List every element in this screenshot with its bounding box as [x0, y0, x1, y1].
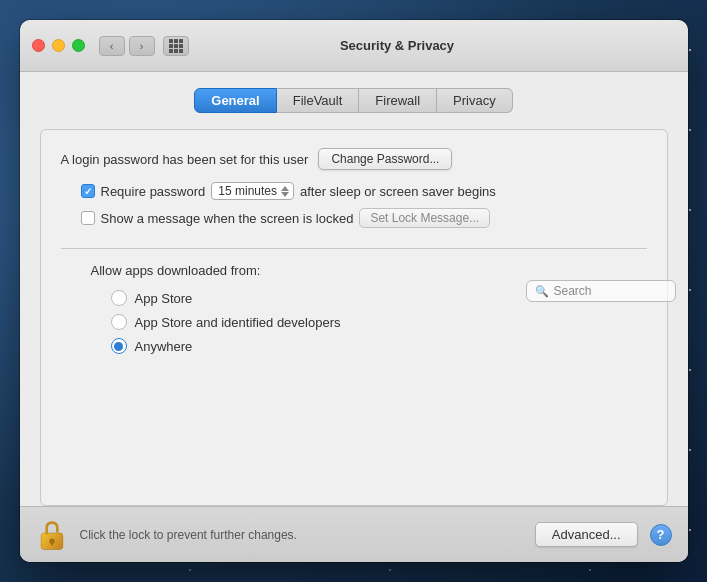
tab-bar: General FileVault Firewall Privacy: [40, 88, 668, 113]
search-icon: 🔍: [535, 285, 549, 298]
advanced-button[interactable]: Advanced...: [535, 522, 638, 547]
time-down-arrow[interactable]: [281, 192, 289, 197]
login-password-row: A login password has been set for this u…: [61, 148, 647, 170]
radio-app-store-label: App Store: [135, 291, 193, 306]
show-message-row: Show a message when the screen is locked…: [61, 208, 647, 228]
radio-anywhere-button[interactable]: [111, 338, 127, 354]
footer-lock-text: Click the lock to prevent further change…: [80, 528, 523, 542]
time-stepper[interactable]: [281, 186, 289, 197]
tab-filevault[interactable]: FileVault: [277, 88, 360, 113]
radio-app-store-identified-button[interactable]: [111, 314, 127, 330]
traffic-lights: [32, 39, 85, 52]
radio-app-store-identified[interactable]: App Store and identified developers: [111, 314, 647, 330]
tab-firewall[interactable]: Firewall: [359, 88, 437, 113]
require-password-row: Require password 15 minutes after sleep …: [61, 182, 647, 200]
tab-privacy[interactable]: Privacy: [437, 88, 513, 113]
back-button[interactable]: ‹: [99, 36, 125, 56]
radio-anywhere-label: Anywhere: [135, 339, 193, 354]
window-title: Security & Privacy: [189, 38, 606, 53]
general-panel: A login password has been set for this u…: [40, 129, 668, 506]
minimize-button[interactable]: [52, 39, 65, 52]
svg-rect-3: [51, 541, 53, 545]
show-message-checkbox[interactable]: [81, 211, 95, 225]
main-window: ‹ › Security & Privacy 🔍 Search General …: [20, 20, 688, 562]
after-sleep-text: after sleep or screen saver begins: [300, 184, 496, 199]
tab-general[interactable]: General: [194, 88, 276, 113]
nav-buttons: ‹ ›: [99, 36, 155, 56]
radio-anywhere[interactable]: Anywhere: [111, 338, 647, 354]
time-up-arrow[interactable]: [281, 186, 289, 191]
maximize-button[interactable]: [72, 39, 85, 52]
lock-icon[interactable]: [36, 519, 68, 551]
require-password-label: Require password: [101, 184, 206, 199]
change-password-button[interactable]: Change Password...: [318, 148, 452, 170]
close-button[interactable]: [32, 39, 45, 52]
help-button[interactable]: ?: [650, 524, 672, 546]
divider: [61, 248, 647, 249]
grid-icon: [169, 39, 183, 53]
radio-anywhere-indicator: [114, 342, 123, 351]
show-message-label: Show a message when the screen is locked: [101, 211, 354, 226]
footer: Click the lock to prevent further change…: [20, 506, 688, 562]
set-lock-message-button[interactable]: Set Lock Message...: [359, 208, 490, 228]
grid-button[interactable]: [163, 36, 189, 56]
titlebar: ‹ › Security & Privacy 🔍 Search: [20, 20, 688, 72]
login-password-text: A login password has been set for this u…: [61, 152, 309, 167]
radio-app-store-button[interactable]: [111, 290, 127, 306]
time-value: 15 minutes: [218, 184, 277, 198]
search-bar[interactable]: 🔍 Search: [526, 280, 676, 302]
time-select[interactable]: 15 minutes: [211, 182, 294, 200]
radio-app-store-identified-label: App Store and identified developers: [135, 315, 341, 330]
require-password-checkbox[interactable]: [81, 184, 95, 198]
forward-button[interactable]: ›: [129, 36, 155, 56]
allow-apps-label: Allow apps downloaded from:: [61, 263, 647, 278]
search-input[interactable]: Search: [554, 284, 592, 298]
